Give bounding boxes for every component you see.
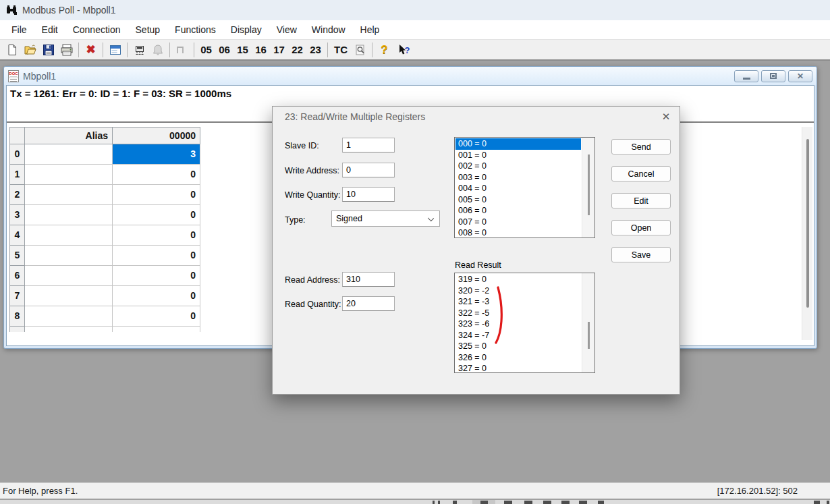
- dialog-close-button[interactable]: ✕: [653, 107, 680, 127]
- open-file-button[interactable]: [21, 41, 39, 59]
- function-22-button[interactable]: 22: [288, 41, 306, 59]
- grid-vertical-scrollbar[interactable]: [802, 127, 812, 340]
- write-address-field[interactable]: [342, 163, 395, 177]
- register-column-header[interactable]: 00000: [113, 127, 200, 144]
- write-value-item[interactable]: 007 = 0: [455, 217, 581, 228]
- alias-cell[interactable]: [25, 144, 113, 165]
- function-05-button[interactable]: 05: [197, 41, 215, 59]
- read-result-item[interactable]: 322 = -5: [455, 308, 581, 319]
- write-value-item[interactable]: 008 = 0: [455, 227, 581, 237]
- alias-cell[interactable]: [25, 266, 113, 286]
- menu-file[interactable]: File: [4, 20, 34, 39]
- menu-view[interactable]: View: [269, 20, 304, 39]
- value-cell[interactable]: 0: [113, 286, 200, 306]
- row-header[interactable]: 1: [9, 165, 25, 185]
- write-value-item[interactable]: 005 = 0: [455, 194, 581, 206]
- alias-cell[interactable]: [25, 185, 113, 205]
- dialog-titlebar[interactable]: 23: Read/Write Multiple Registers ✕: [273, 107, 680, 127]
- read-result-item[interactable]: 327 = 0: [455, 363, 581, 372]
- menu-connection[interactable]: Connection: [65, 20, 128, 39]
- read-address-field[interactable]: [342, 272, 395, 287]
- alias-cell[interactable]: [25, 286, 113, 306]
- menu-functions[interactable]: Functions: [167, 20, 223, 39]
- read-result-item[interactable]: 324 = -7: [455, 330, 581, 341]
- read-result-item[interactable]: 320 = -2: [455, 285, 581, 297]
- menu-window[interactable]: Window: [304, 20, 353, 39]
- minimize-button[interactable]: [734, 70, 758, 82]
- menu-setup[interactable]: Setup: [128, 20, 168, 39]
- pulse-button-disabled[interactable]: [173, 41, 191, 59]
- function-17-button[interactable]: 17: [270, 41, 288, 59]
- menu-help[interactable]: Help: [353, 20, 387, 39]
- type-dropdown[interactable]: Signed: [331, 211, 440, 227]
- alias-cell[interactable]: [25, 165, 113, 185]
- row-header[interactable]: 3: [9, 205, 25, 225]
- cancel-button[interactable]: Cancel: [611, 166, 671, 181]
- disconnect-button[interactable]: ✖: [82, 41, 100, 59]
- value-cell[interactable]: 0: [113, 205, 200, 225]
- write-value-item[interactable]: 000 = 0: [455, 138, 581, 150]
- read-result-item[interactable]: 325 = 0: [455, 341, 581, 352]
- document-window-titlebar[interactable]: DOC Mbpoll1 ✕: [4, 67, 817, 85]
- alias-cell[interactable]: [25, 306, 113, 327]
- send-button[interactable]: Send: [611, 139, 671, 155]
- write-value-item[interactable]: 001 = 0: [455, 150, 581, 161]
- read-quantity-field[interactable]: [342, 296, 395, 311]
- write-list-scrollbar[interactable]: [582, 138, 594, 237]
- write-value-item[interactable]: 002 = 0: [455, 161, 581, 172]
- menu-display[interactable]: Display: [223, 20, 269, 39]
- save-button[interactable]: [39, 41, 57, 59]
- alias-cell[interactable]: [25, 225, 113, 246]
- open-button[interactable]: Open: [611, 220, 671, 235]
- row-header[interactable]: 2: [9, 185, 25, 205]
- scrollbar-thumb[interactable]: [588, 322, 590, 349]
- value-cell[interactable]: 0: [113, 306, 200, 327]
- value-cell[interactable]: 0: [113, 266, 200, 286]
- function-16-button[interactable]: 16: [252, 41, 270, 59]
- slave-id-field[interactable]: [342, 138, 395, 152]
- scrollbar-thumb[interactable]: [806, 139, 809, 308]
- function-06-button[interactable]: 06: [215, 41, 233, 59]
- row-header[interactable]: 8: [9, 306, 25, 327]
- write-value-item[interactable]: 003 = 0: [455, 172, 581, 184]
- function-23-button[interactable]: 23: [306, 41, 325, 59]
- write-value-item[interactable]: 004 = 0: [455, 183, 581, 194]
- write-values-listbox[interactable]: 000 = 0001 = 0002 = 0003 = 0004 = 0005 =…: [454, 137, 595, 238]
- save-button[interactable]: Save: [611, 247, 671, 262]
- display-setup-button[interactable]: [106, 41, 124, 59]
- read-result-item[interactable]: 321 = -3: [455, 296, 581, 308]
- print-button[interactable]: [57, 41, 76, 59]
- alias-column-header[interactable]: Alias: [25, 127, 113, 144]
- row-header[interactable]: 5: [9, 246, 25, 266]
- value-cell[interactable]: 0: [113, 225, 200, 246]
- alias-cell[interactable]: [25, 205, 113, 225]
- read-result-item[interactable]: 326 = 0: [455, 352, 581, 364]
- test-center-button[interactable]: TC: [331, 41, 351, 59]
- edit-button[interactable]: Edit: [611, 193, 671, 208]
- read-result-item[interactable]: 319 = 0: [455, 274, 581, 285]
- scrollbar-thumb[interactable]: [588, 155, 590, 215]
- connect-button[interactable]: [130, 41, 148, 59]
- row-header[interactable]: 6: [9, 266, 25, 286]
- grid-corner-header[interactable]: [9, 127, 25, 144]
- row-header[interactable]: 0: [9, 144, 25, 165]
- new-file-button[interactable]: [3, 41, 21, 59]
- log-view-button[interactable]: [351, 41, 369, 59]
- read-result-listbox[interactable]: 319 = 0320 = -2321 = -3322 = -5323 = -63…: [454, 273, 595, 373]
- value-cell[interactable]: 0: [113, 165, 200, 185]
- restore-button[interactable]: [761, 70, 785, 82]
- alarm-button-disabled[interactable]: [148, 41, 167, 59]
- function-15-button[interactable]: 15: [233, 41, 252, 59]
- menu-edit[interactable]: Edit: [34, 20, 65, 39]
- value-cell[interactable]: 0: [113, 185, 200, 205]
- context-help-button[interactable]: ?: [393, 41, 414, 59]
- read-list-scrollbar[interactable]: [582, 273, 594, 372]
- close-button[interactable]: ✕: [788, 70, 812, 82]
- value-cell[interactable]: 0: [113, 246, 200, 266]
- value-cell[interactable]: 3: [113, 144, 200, 165]
- read-result-item[interactable]: 323 = -6: [455, 318, 581, 330]
- write-quantity-field[interactable]: [342, 187, 395, 202]
- row-header[interactable]: 4: [9, 225, 25, 246]
- write-value-item[interactable]: 006 = 0: [455, 205, 581, 217]
- row-header[interactable]: 7: [9, 286, 25, 306]
